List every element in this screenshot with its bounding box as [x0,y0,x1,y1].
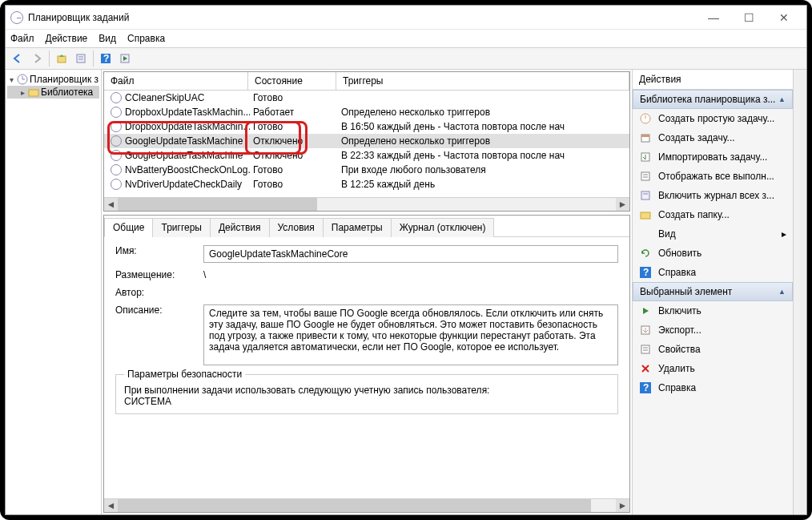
action-item[interactable]: Создать папку... [633,205,793,224]
action-label: Справка [658,382,696,393]
action-icon [639,151,652,163]
tab-conditions[interactable]: Условия [269,218,324,237]
action-item[interactable]: ?Справка [633,378,793,397]
toolbar: ? [6,47,806,70]
action-label: Отображать все выполн... [658,171,774,182]
run-button[interactable] [116,50,134,67]
task-state: Работает [250,107,338,118]
task-trigger: В 12:25 каждый день [338,179,629,190]
task-row[interactable]: DropboxUpdateTaskMachin... Готово В 16:5… [104,119,629,134]
security-account: СИСТЕМА [124,396,609,407]
task-icon [111,107,122,118]
description-field[interactable] [203,304,618,365]
action-icon [639,131,652,144]
tree-library[interactable]: ▸ Библиотека [7,86,99,99]
action-label: Удалить [658,363,695,374]
action-icon [639,170,652,183]
action-item[interactable]: Экспорт... [633,320,793,340]
task-icon [111,164,122,175]
tab-actions[interactable]: Действия [210,218,270,237]
tab-history[interactable]: Журнал (отключен) [391,218,495,237]
tab-general[interactable]: Общие [104,218,153,237]
action-item[interactable]: Удалить [633,359,793,378]
svg-rect-16 [641,172,649,180]
task-name: NvDriverUpdateCheckDaily [125,179,250,190]
action-item[interactable]: Создать задачу... [633,128,793,147]
action-view[interactable]: Вид▸ [633,224,793,244]
actions-section-selected[interactable]: Выбранный элемент▲ [633,282,793,301]
action-label: Создать простую задачу... [658,113,774,124]
detail-hscroll[interactable]: ◄► [104,498,629,512]
task-icon [111,92,122,103]
list-hscroll[interactable]: ◄► [104,197,629,211]
close-button[interactable]: ✕ [766,6,802,29]
task-row[interactable]: DropboxUpdateTaskMachin... Работает Опре… [104,105,629,119]
location-label: Размещение: [115,269,203,280]
tab-triggers[interactable]: Триггеры [152,218,211,237]
task-row[interactable]: NvDriverUpdateCheckDaily Готово В 12:25 … [104,177,629,191]
tree-panel: ▾ Планировщик з ▸ Библиотека [6,70,102,514]
svg-text:?: ? [643,382,649,393]
action-item[interactable]: Свойства [633,340,793,359]
task-state: Готово [250,121,338,132]
task-name: CCleanerSkipUAC [125,92,250,103]
task-state: Отключено [250,150,338,161]
task-state: Отключено [250,135,338,147]
task-row[interactable]: CCleanerSkipUAC Готово [104,91,629,105]
task-row[interactable]: GoogleUpdateTaskMachine Отключено В 22:3… [104,148,629,163]
svg-text:?: ? [103,53,109,64]
menubar: Файл Действие Вид Справка [6,30,806,47]
action-label: Импортировать задачу... [658,151,767,163]
task-trigger: Определено несколько триггеров [338,107,629,118]
up-button[interactable] [53,50,70,67]
col-header-triggers[interactable]: Триггеры [336,72,629,90]
actions-section-library[interactable]: Библиотека планировщика з...▲ [633,90,793,109]
maximize-button[interactable]: ☐ [731,6,766,29]
name-label: Имя: [115,245,203,256]
action-label: Свойства [658,344,701,355]
action-item[interactable]: Импортировать задачу... [633,147,793,167]
task-trigger: В 16:50 каждый день - Частота повтора по… [338,121,629,132]
action-icon [639,189,652,202]
menu-view[interactable]: Вид [98,33,116,44]
svg-rect-25 [641,345,649,353]
action-item[interactable]: Создать простую задачу... [633,109,793,128]
help-icon: ? [639,266,652,279]
titlebar: Планировщик заданий — ☐ ✕ [6,6,806,30]
name-field[interactable] [203,245,618,263]
action-icon [639,304,652,317]
task-row[interactable]: GoogleUpdateTaskMachine Отключено Опреде… [104,134,629,148]
col-header-state[interactable]: Состояние [248,72,336,90]
properties-button[interactable] [72,50,90,67]
task-name: NvBatteryBoostCheckOnLog... [125,164,250,175]
minimize-button[interactable]: — [696,6,731,29]
action-icon [639,324,652,337]
back-button[interactable] [9,50,26,67]
action-item[interactable]: Включить журнал всех з... [633,186,793,205]
window-title: Планировщик заданий [28,12,129,23]
task-name: GoogleUpdateTaskMachine [125,135,250,147]
action-item[interactable]: Включить [633,301,793,320]
action-refresh[interactable]: Обновить [633,244,793,263]
task-trigger: Определено несколько триггеров [338,135,629,147]
task-name: DropboxUpdateTaskMachin... [125,107,250,118]
menu-action[interactable]: Действие [46,33,88,44]
task-trigger: В 22:33 каждый день - Частота повтора по… [338,150,629,161]
action-label: Создать задачу... [658,132,735,143]
security-fieldset: Параметры безопасности При выполнении за… [115,374,618,414]
actions-title: Действия [633,70,793,90]
forward-button[interactable] [28,50,46,67]
task-name: DropboxUpdateTaskMachin... [125,121,250,132]
menu-help[interactable]: Справка [127,33,165,44]
tab-settings[interactable]: Параметры [323,218,392,237]
menu-file[interactable]: Файл [10,33,34,44]
location-value: \ [203,269,618,280]
col-header-file[interactable]: Файл [104,72,248,90]
tree-library-label: Библиотека [41,87,93,98]
help-button[interactable]: ? [97,50,115,67]
task-row[interactable]: NvBatteryBoostCheckOnLog... Готово При в… [104,163,629,177]
action-help-1[interactable]: ? Справка [633,263,793,282]
actions-vscroll[interactable] [793,70,806,514]
tree-root[interactable]: ▾ Планировщик з [7,73,99,86]
action-item[interactable]: Отображать все выполн... [633,167,793,186]
